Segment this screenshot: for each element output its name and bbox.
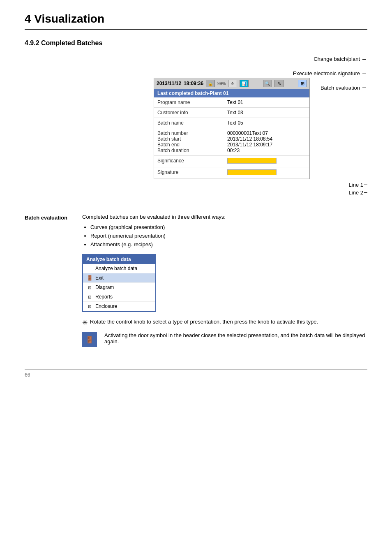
exit-door-icon: 🚪	[82, 332, 97, 347]
row-value: Text 05	[224, 118, 309, 128]
menu-item-analyze[interactable]: Analyze batch data	[83, 264, 155, 273]
search-icon[interactable]: 🔍	[263, 80, 272, 87]
signature-bar	[227, 169, 277, 175]
note-block: ✳ Rotate the control knob to select a ty…	[82, 319, 367, 326]
table-row: Program name Text 01	[154, 97, 309, 108]
menu-item-exit[interactable]: 🚪 Exit	[83, 273, 155, 283]
page-footer: 66	[25, 369, 367, 378]
section-heading: 4.9.2 Completed Batches	[25, 39, 367, 47]
diagram-area: Change batch/plant Execute electronic si…	[25, 55, 367, 197]
row-label: Batch name	[154, 118, 224, 128]
section-content: Completed batches can be evaluated in th…	[82, 214, 367, 347]
menu-item-reports[interactable]: ⊡ Reports	[83, 292, 155, 302]
signature-row: Signature	[154, 167, 309, 179]
page-title: 4 Visualization	[25, 12, 367, 30]
row-label: Program name	[154, 97, 224, 108]
batch-panel: 2013/11/12 18:09:36 🔒 99% ⚠ 📊 🔍 ✎ ⊞ Last	[154, 78, 310, 179]
analyze-icon	[86, 266, 93, 271]
row-value: 000000001Text 072013/11/12 18:08:542013/…	[224, 128, 309, 156]
toolbar-progress: 99%	[217, 81, 226, 86]
row-label: Signature	[154, 167, 224, 179]
menu-item-label: Exit	[95, 275, 104, 281]
row-value: Text 03	[224, 108, 309, 118]
page-number: 66	[25, 372, 30, 378]
menu-item-diagram[interactable]: ⊡ Diagram	[83, 283, 155, 292]
menu-item-enclosure[interactable]: ⊡ Enclosure	[83, 302, 155, 311]
significance-row: Significance	[154, 156, 309, 167]
exit-block: 🚪 Activating the door symbol in the head…	[82, 332, 367, 347]
note-text: Rotate the control knob to select a type…	[90, 319, 318, 325]
diagram-icon: ⊡	[86, 284, 93, 290]
enclosure-icon: ⊡	[86, 303, 93, 309]
toolbar-date: 2013/11/12	[157, 81, 181, 86]
list-item: Attachments (e.g. recipes)	[90, 241, 367, 247]
analyze-batch-menu: Analyze batch data Analyze batch data 🚪 …	[82, 254, 156, 312]
table-row: Batch name Text 05	[154, 118, 309, 128]
exit-note-text: Activating the door symbol in the header…	[104, 332, 367, 345]
reports-icon: ⊡	[86, 294, 93, 300]
row-value	[224, 167, 309, 179]
annotation-electronic-sig: Execute electronic signature	[293, 69, 367, 78]
menu-item-label: Diagram	[95, 284, 114, 290]
significance-bar	[227, 158, 277, 164]
batch-header-row: Last completed batch-Plant 01	[154, 89, 309, 97]
batch-data-table: Program name Text 01 Customer info Text …	[154, 97, 309, 179]
menu-item-label: Enclosure	[95, 303, 117, 309]
annotation-batch-eval: Batch evaluation	[293, 84, 367, 92]
menu-item-label: Reports	[95, 294, 113, 300]
lock-icon[interactable]: 🔒	[206, 80, 215, 87]
row-value: Text 01	[224, 97, 309, 108]
exit-icon: 🚪	[86, 275, 93, 281]
edit-icon[interactable]: ✎	[274, 80, 284, 87]
batch-evaluation-section: Batch evaluation Completed batches can b…	[25, 214, 367, 353]
chart-icon[interactable]: 📊	[240, 80, 249, 87]
note-star-icon: ✳	[82, 319, 88, 326]
line2-annotation: Line 2	[154, 190, 367, 196]
list-item: Report (numerical presentation)	[90, 233, 367, 239]
row-label: Batch numberBatch startBatch endBatch du…	[154, 128, 224, 156]
toolbar-time: 18:09:36	[184, 81, 203, 86]
table-row: Batch numberBatch startBatch endBatch du…	[154, 128, 309, 156]
menu-title: Analyze batch data	[83, 255, 155, 264]
table-row: Customer info Text 03	[154, 108, 309, 118]
row-label: Customer info	[154, 108, 224, 118]
menu-item-label: Analyze batch data	[95, 266, 137, 271]
line1-annotation: Line 1	[154, 182, 367, 188]
section-label: Batch evaluation	[25, 214, 74, 221]
intro-text: Completed batches can be evaluated in th…	[82, 214, 367, 220]
annotation-change-batch: Change batch/plant	[293, 55, 367, 64]
alarm-icon[interactable]: ⚠	[228, 80, 237, 87]
row-label: Significance	[154, 156, 224, 167]
list-item: Curves (graphical presentation)	[90, 224, 367, 230]
batch-toolbar: 2013/11/12 18:09:36 🔒 99% ⚠ 📊 🔍 ✎ ⊞	[154, 78, 309, 89]
row-value	[224, 156, 309, 167]
evaluation-list: Curves (graphical presentation) Report (…	[90, 224, 367, 247]
